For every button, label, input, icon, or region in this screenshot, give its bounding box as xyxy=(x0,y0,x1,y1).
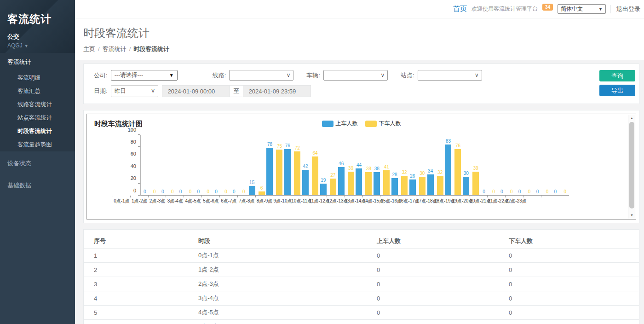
bar: 0 xyxy=(195,190,201,195)
bar-group: 2630 xyxy=(408,171,426,195)
table-cell: 0 xyxy=(367,277,499,291)
sidebar-submenu: 客流明细客流汇总线路客流统计站点客流统计时段客流统计客流量趋势图 xyxy=(0,71,75,151)
bar-value-label: 0 xyxy=(546,190,549,194)
bar-value-label: 28 xyxy=(392,173,397,177)
breadcrumb-section[interactable]: 客流统计 xyxy=(103,46,126,52)
chart-container: 时段车流统计图 上车人数 下车人数 020406080100 000000000… xyxy=(86,114,636,220)
breadcrumb-separator: / xyxy=(98,46,100,52)
bar: 64 xyxy=(312,151,318,195)
language-select[interactable]: 简体中文 ▼ xyxy=(558,4,606,14)
legend-entry-alighting[interactable]: 下车人数 xyxy=(365,120,401,127)
x-axis-tick xyxy=(202,196,220,197)
bar-value-label: 0 xyxy=(171,190,174,194)
date-end-input[interactable]: 2024-01-09 23:59 xyxy=(243,85,311,97)
scrollbar-thumb[interactable] xyxy=(629,122,634,208)
x-axis-tick xyxy=(166,196,184,197)
chart-panel: 时段车流统计图 上车人数 下车人数 020406080100 000000000… xyxy=(83,110,639,223)
bar-group: 00 xyxy=(480,190,498,195)
legend-label: 上车人数 xyxy=(336,120,358,127)
sidebar-item-device-status[interactable]: 设备状态 xyxy=(0,154,75,173)
bar-rect xyxy=(294,151,300,195)
line-select[interactable]: ᐯ xyxy=(229,70,293,81)
vehicle-select[interactable]: ᐯ xyxy=(323,70,388,81)
bar-value-label: 0 xyxy=(564,190,566,194)
data-table: 序号 时段 上车人数 下车人数 10点-1点0021点-2点0032点-3点00… xyxy=(84,234,639,324)
bar-value-label: 38 xyxy=(366,167,371,171)
bar-value-label: 26 xyxy=(410,174,415,179)
x-axis-tick xyxy=(398,196,416,197)
breadcrumb-current: 时段客流统计 xyxy=(133,46,169,52)
bar-group: 2832 xyxy=(391,170,408,195)
station-select[interactable]: ᐯ xyxy=(418,70,482,81)
bar-value-label: 0 xyxy=(153,190,156,194)
bar: 0 xyxy=(177,190,184,195)
user-dropdown[interactable]: AQGJ▼ xyxy=(7,42,68,49)
scrollbar-up-arrow-icon[interactable]: ▲ xyxy=(628,116,635,120)
bar: 0 xyxy=(534,190,540,195)
bar-value-label: 0 xyxy=(161,190,164,194)
logout-link[interactable]: 退出登录 xyxy=(610,5,640,13)
bar-value-label: 0 xyxy=(197,190,200,194)
x-axis-tick-label: 22点-23点 xyxy=(506,198,523,204)
sidebar-subitem-3[interactable]: 站点客流统计 xyxy=(0,111,75,125)
bar: 72 xyxy=(294,146,300,195)
language-value: 简体中文 xyxy=(561,5,583,13)
bar: 0 xyxy=(526,190,533,195)
scrollbar-down-arrow-icon[interactable]: ▼ xyxy=(628,214,635,217)
bar-value-label: 0 xyxy=(510,190,513,194)
bar-value-label: 19 xyxy=(321,178,326,183)
x-axis-tick xyxy=(506,196,523,197)
bar-value-label: 0 xyxy=(224,190,227,194)
chart-y-axis: 020406080100 xyxy=(122,135,140,196)
company-select[interactable]: ---请选择--- ▼ xyxy=(111,70,178,81)
col-header-index: 序号 xyxy=(84,234,188,249)
query-button[interactable]: 查询 xyxy=(599,70,635,81)
bar-value-label: 0 xyxy=(518,190,521,194)
chart-legend: 上车人数 下车人数 xyxy=(322,120,401,127)
legend-swatch-yellow xyxy=(365,121,377,127)
bar-rect xyxy=(401,176,408,195)
bar: 38 xyxy=(365,167,372,195)
x-axis-tick-label: 3点-4点 xyxy=(166,198,184,204)
bar: 32 xyxy=(401,170,408,195)
sidebar-subitem-5[interactable]: 客流量趋势图 xyxy=(0,138,75,151)
chart-vertical-scrollbar[interactable]: ▲ ▼ xyxy=(628,115,635,219)
table-cell: 5点-6点 xyxy=(188,320,367,324)
sidebar-item-base-data[interactable]: 基础数据 xyxy=(0,176,75,195)
x-axis-tick-label: 1点-2点 xyxy=(131,198,149,204)
table-cell: 3点-4点 xyxy=(188,291,367,306)
date-preset-select[interactable]: 昨日 ᐯ xyxy=(111,85,158,97)
x-axis-tick-label: 17点-18点 xyxy=(416,198,434,204)
table-row: 54点-5点00 xyxy=(84,306,639,320)
sidebar-subitem-4[interactable]: 时段客流统计 xyxy=(0,125,75,138)
table-cell: 0 xyxy=(367,320,499,324)
sidebar-item-passenger-stats[interactable]: 客流统计 xyxy=(0,53,75,71)
bar-rect xyxy=(454,149,461,195)
bar-value-label: 78 xyxy=(267,142,272,147)
date-start-input[interactable]: 2024-01-09 00:00 xyxy=(162,85,230,97)
table-cell: 0 xyxy=(499,263,639,277)
table-cell: 0 xyxy=(499,291,639,306)
export-button[interactable]: 导出 xyxy=(599,85,635,96)
x-axis-tick xyxy=(380,196,398,197)
bar-group: 00 xyxy=(498,190,516,195)
notification-badge[interactable]: 34 xyxy=(542,4,553,11)
bar-value-label: 39 xyxy=(473,166,478,171)
bar-group: 00 xyxy=(212,190,230,195)
sidebar-subitem-0[interactable]: 客流明细 xyxy=(0,71,75,85)
x-axis-tick xyxy=(149,196,167,197)
data-table-panel: 序号 时段 上车人数 下车人数 10点-1点0021点-2点0032点-3点00… xyxy=(83,229,639,324)
x-axis-tick-label: 18点-19点 xyxy=(434,198,452,204)
sidebar-subitem-2[interactable]: 线路客流统计 xyxy=(0,98,75,111)
sidebar-subitem-1[interactable]: 客流汇总 xyxy=(0,85,75,98)
legend-entry-boarding[interactable]: 上车人数 xyxy=(322,120,358,127)
breadcrumb-home[interactable]: 主页 xyxy=(83,46,95,52)
x-axis-tick xyxy=(363,196,381,197)
bar-rect xyxy=(266,148,273,195)
col-header-alighting: 下车人数 xyxy=(499,234,639,249)
bar: 30 xyxy=(463,171,469,195)
home-link[interactable]: 首页 xyxy=(453,5,467,13)
bar: 27 xyxy=(330,173,336,195)
bar-value-label: 27 xyxy=(330,173,335,178)
bar: 32 xyxy=(437,170,443,195)
